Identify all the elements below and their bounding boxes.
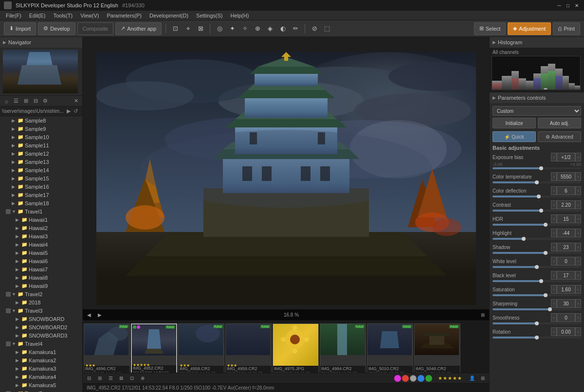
- tree-item-sample9[interactable]: ▶ 📁 Sample9: [0, 125, 82, 133]
- expand-tool[interactable]: ⊟: [31, 97, 40, 106]
- import-button[interactable]: ⬇ Import: [4, 22, 36, 35]
- panel-close[interactable]: ✕: [72, 97, 80, 106]
- blacklevel-inc[interactable]: ›: [575, 271, 581, 280]
- menu-parameters[interactable]: Parameters(P): [103, 11, 146, 20]
- settings-tool[interactable]: ⚙: [41, 97, 50, 106]
- transform-tool[interactable]: ⊠: [195, 23, 206, 34]
- thumb-zoom-btn[interactable]: ⊕: [138, 374, 147, 382]
- fullscreen-btn[interactable]: ⊞: [478, 311, 487, 319]
- brush-tool[interactable]: ✏: [290, 23, 301, 34]
- saturation-inc[interactable]: ›: [575, 285, 581, 294]
- saturation-slider-thumb[interactable]: [544, 293, 548, 297]
- tree-item-hawaii8[interactable]: ▶ 📁 Hawaii8: [0, 273, 82, 282]
- tree-item-sample18[interactable]: ▶ 📁 Sample18: [0, 199, 82, 207]
- print-button[interactable]: ⎙ Print: [553, 22, 580, 35]
- rotation-dec[interactable]: ‹: [551, 327, 557, 336]
- blacklevel-slider-thumb[interactable]: [539, 279, 543, 283]
- highlight-slider-thumb[interactable]: [522, 237, 526, 241]
- exposure-slider-thumb[interactable]: [539, 166, 543, 170]
- tree-item-2018[interactable]: ▶ 📁 2018: [0, 298, 82, 306]
- list-tool[interactable]: ☰: [12, 97, 20, 106]
- eyedropper-tool[interactable]: ⊘: [309, 23, 320, 34]
- color-filter-blue[interactable]: [418, 375, 424, 382]
- film-item-7[interactable]: RAW IMG_5048.CR2 2012/11/28 10:33:22 F7.…: [414, 323, 460, 381]
- contrast-inc[interactable]: ›: [575, 200, 581, 209]
- tree-item-hawaii2[interactable]: ▶ 📁 Hawaii2: [0, 224, 82, 232]
- menu-tools[interactable]: Tools(T): [49, 11, 76, 20]
- whitelevel-dec[interactable]: ‹: [551, 257, 557, 266]
- minimize-btn[interactable]: ─: [556, 2, 563, 9]
- tree-item-sample12[interactable]: ▶ 📁 Sample12: [0, 149, 82, 158]
- film-item-1[interactable]: ★★★★★ RAW IMG_4952.CR2 2017/12/01 14:53:…: [131, 323, 177, 381]
- smoothness-slider-thumb[interactable]: [535, 321, 539, 325]
- tree-item-snowboard2[interactable]: ▶ 📁 SNOWBOARD2: [0, 323, 82, 331]
- tree-item-snowboard[interactable]: ▶ 📁 SNOWBOARD: [0, 315, 82, 323]
- star-filter-1[interactable]: ★: [438, 375, 442, 381]
- rotation-inc[interactable]: ›: [575, 327, 581, 336]
- tree-item-travel4[interactable]: ▼ 📁 Travel4: [0, 339, 82, 348]
- film-item-0[interactable]: ★★★ RAW IMG_4896.CR2 2017/12/01 14:13:18…: [84, 323, 130, 381]
- thumb-small-btn[interactable]: ⊟: [85, 374, 93, 382]
- spot-tool[interactable]: ◎: [214, 23, 225, 34]
- select-button[interactable]: ⊞ Select: [474, 22, 506, 35]
- retouch-tool[interactable]: ✦: [227, 23, 237, 34]
- highlight-dec[interactable]: ‹: [551, 229, 557, 237]
- navigator-header[interactable]: ▶ Navigator: [0, 37, 82, 48]
- tree-item-kamakura5[interactable]: ▶ 📁 Kamakura5: [0, 381, 82, 389]
- thumb-large-btn[interactable]: ⊞: [95, 374, 104, 382]
- tree-item-hawaii9[interactable]: ▶ 📁 Hawaii9: [0, 282, 82, 290]
- rotation-slider-thumb[interactable]: [535, 336, 539, 339]
- crop-tool[interactable]: ⊡: [170, 23, 181, 34]
- auto-adj-button[interactable]: Auto adj.: [538, 118, 581, 128]
- whitelevel-inc[interactable]: ›: [575, 257, 581, 266]
- color-filter-purple[interactable]: [394, 375, 401, 382]
- contrast-slider-thumb[interactable]: [539, 209, 543, 213]
- sharpening-dec[interactable]: ‹: [551, 299, 557, 308]
- gradient-tool[interactable]: ◐: [277, 23, 288, 34]
- contrast-dec[interactable]: ‹: [551, 200, 557, 209]
- path-input[interactable]: \\server\images\Usr\nishim...: [2, 108, 65, 114]
- smoothness-inc[interactable]: ›: [575, 313, 581, 322]
- star-filter-5[interactable]: ★: [457, 375, 462, 381]
- tree-item-sample10[interactable]: ▶ 📁 Sample10: [0, 133, 82, 141]
- tree-item-hawaii6[interactable]: ▶ 📁 Hawaii6: [0, 257, 82, 265]
- highlight-inc[interactable]: ›: [575, 229, 581, 237]
- params-header[interactable]: ▶ Parameters controls: [490, 92, 584, 103]
- menu-development[interactable]: Development(D): [146, 11, 192, 20]
- color-filter-green[interactable]: [425, 375, 432, 382]
- hdr-slider-thumb[interactable]: [544, 223, 548, 227]
- film-item-5[interactable]: RAW IMG_4984.CR2 2012/07/10 16:03:27 F8.…: [320, 323, 366, 381]
- close-btn[interactable]: ✕: [573, 2, 580, 9]
- another-app-button[interactable]: ↗ Another app: [115, 22, 162, 35]
- colortemp-slider-thumb[interactable]: [535, 180, 539, 184]
- tree-item-sample11[interactable]: ▶ 📁 Sample11: [0, 141, 82, 149]
- thumb-compare-btn[interactable]: ⊠: [117, 374, 126, 382]
- person-search-btn[interactable]: 👤: [468, 374, 476, 382]
- film-item-4[interactable]: IMG_4975.JPG 2020/08/21 13:41:22 F6.3 1/…: [273, 323, 319, 381]
- shadow-dec[interactable]: ‹: [551, 243, 557, 251]
- mask-tool[interactable]: ◈: [265, 23, 275, 34]
- tree-item-snowboard3[interactable]: ▶ 📁 SNOWBOARD3: [0, 331, 82, 339]
- home-tool[interactable]: ⌂: [2, 97, 11, 106]
- tree-item-hawaii5[interactable]: ▶ 📁 Hawaii5: [0, 249, 82, 257]
- tree-item-travel3[interactable]: ▼ 📁 Travel3: [0, 306, 82, 315]
- develop-button[interactable]: ⚙ Develop: [38, 22, 75, 35]
- menu-help[interactable]: Help(H): [227, 11, 253, 20]
- colordefl-dec[interactable]: ‹: [551, 186, 557, 195]
- film-item-2[interactable]: ★★★ RAW IMG_4958.CR2 2017/12/01 14:54:15…: [178, 323, 224, 381]
- whitelevel-slider-thumb[interactable]: [535, 265, 539, 269]
- path-refresh[interactable]: ↺: [72, 107, 79, 116]
- nav-right-btn[interactable]: ▶: [95, 311, 104, 319]
- hdr-inc[interactable]: ›: [575, 214, 581, 223]
- exposure-inc[interactable]: ›: [575, 153, 581, 161]
- tree-item-travel5[interactable]: ▼ 📁 Travel5: [0, 389, 82, 392]
- tree-item-sample17[interactable]: ▶ 📁 Sample17: [0, 191, 82, 199]
- tree-item-travel1[interactable]: ▼ 📁 Travel1: [0, 207, 82, 215]
- shadow-inc[interactable]: ›: [575, 243, 581, 251]
- clone-tool[interactable]: ⊕: [252, 23, 263, 34]
- maximize-btn[interactable]: □: [565, 2, 571, 9]
- tree-item-kamakura3[interactable]: ▶ 📁 Kamakura3: [0, 364, 82, 373]
- shadow-slider-thumb[interactable]: [544, 251, 548, 255]
- preset-select[interactable]: Custom: [493, 106, 581, 116]
- color-filter-none[interactable]: [410, 375, 417, 382]
